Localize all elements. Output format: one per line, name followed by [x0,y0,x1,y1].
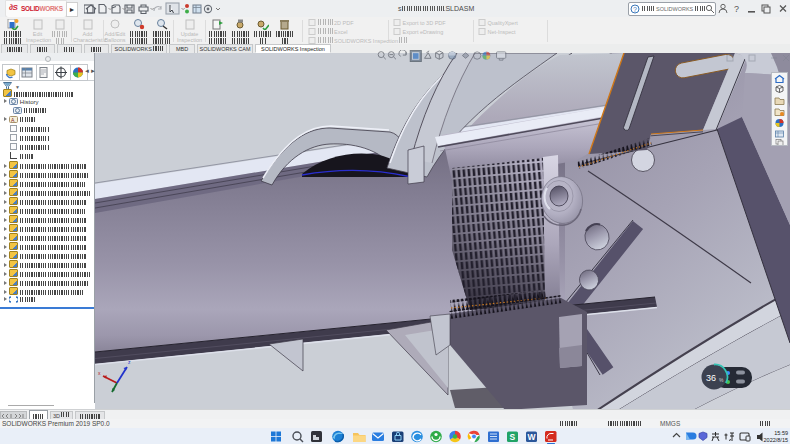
svg-text:S: S [510,432,516,442]
svg-text:?: ? [734,4,739,14]
svg-text:%: % [719,377,724,383]
svg-text:W: W [528,432,537,442]
svg-text:36: 36 [706,373,716,383]
svg-text:?: ? [633,6,637,13]
